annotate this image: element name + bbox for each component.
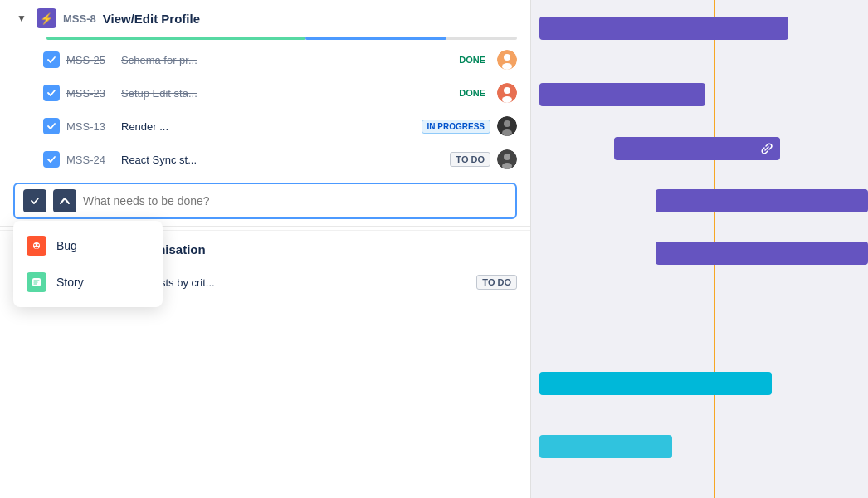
epic1-row: ▼ ⚡ MSS-8 View/Edit Profile <box>0 0 530 37</box>
type-dropdown: Bug Story <box>13 221 163 307</box>
input-container: Bug Story <box>0 183 530 219</box>
gantt-bar-epic1 <box>539 17 788 40</box>
svg-point-5 <box>502 96 512 103</box>
avatar-mss24 <box>497 149 517 169</box>
checkbox-mss25 <box>43 51 60 68</box>
avatar-mss13 <box>497 116 517 136</box>
task-id-mss13: MSS-13 <box>66 120 115 133</box>
task2-badge: TO DO <box>476 275 517 290</box>
badge-mss13: IN PROGRESS <box>422 120 490 134</box>
input-checkbox-btn[interactable] <box>23 189 46 212</box>
svg-point-4 <box>504 87 510 94</box>
story-icon <box>27 272 46 292</box>
progress-blue <box>305 37 446 40</box>
progress-green <box>46 37 305 40</box>
task-title-mss25: Schema for pr... <box>121 54 447 66</box>
task2-title: Order Lists by crit... <box>121 276 470 289</box>
checkbox-mss13 <box>43 118 60 134</box>
new-task-input[interactable] <box>83 194 507 208</box>
epic1-id: MSS-8 <box>63 12 96 25</box>
svg-point-11 <box>502 163 512 169</box>
epic1-collapse-btn[interactable]: ▼ <box>13 10 30 27</box>
checkbox-mss24 <box>43 151 60 168</box>
gantt-panel <box>531 0 868 498</box>
task-title-mss23: Setup Edit sta... <box>121 87 447 100</box>
task-row-mss25[interactable]: MSS-25 Schema for pr... DONE <box>0 43 530 76</box>
task-id-mss25: MSS-25 <box>66 54 115 66</box>
task-id-mss23: MSS-23 <box>66 87 115 100</box>
type-selector-btn[interactable] <box>53 189 76 212</box>
svg-point-8 <box>502 129 512 136</box>
bug-label: Bug <box>56 239 77 252</box>
task-row-mss13[interactable]: MSS-13 Render ... IN PROGRESS <box>0 110 530 143</box>
task-row-mss24[interactable]: MSS-24 React Sync st... TO DO <box>0 143 530 176</box>
svg-point-10 <box>504 154 510 160</box>
bug-icon <box>27 236 46 256</box>
svg-point-7 <box>504 120 510 127</box>
new-task-input-row[interactable] <box>13 183 517 219</box>
task-title-mss13: Render ... <box>121 120 415 133</box>
gantt-bar-mss24 <box>656 242 868 265</box>
link-icon <box>760 142 773 155</box>
gantt-bar-mss25 <box>539 83 705 106</box>
checkbox-mss23 <box>43 85 60 101</box>
left-panel: ▼ ⚡ MSS-8 View/Edit Profile MSS-25 Schem… <box>0 0 531 498</box>
gantt-bar-epic2 <box>539 372 772 395</box>
story-label: Story <box>56 276 84 289</box>
avatar-mss23 <box>497 83 517 103</box>
task-id-mss24: MSS-24 <box>66 154 115 166</box>
task-title-mss24: React Sync st... <box>121 154 443 166</box>
svg-point-14 <box>37 244 39 246</box>
gantt-bar-task2 <box>539 435 672 458</box>
gantt-bar-mss23 <box>614 137 780 160</box>
badge-mss25: DONE <box>454 53 490 66</box>
badge-mss23: DONE <box>454 86 490 100</box>
gantt-bar-mss13 <box>656 189 868 212</box>
epic1-title: View/Edit Profile <box>103 12 200 26</box>
task-row-mss23[interactable]: MSS-23 Setup Edit sta... DONE <box>0 76 530 110</box>
epic1-progress-bar <box>46 37 517 40</box>
dropdown-item-bug[interactable]: Bug <box>13 227 163 264</box>
svg-point-13 <box>34 244 36 246</box>
badge-mss24: TO DO <box>450 152 490 167</box>
svg-point-1 <box>504 54 510 61</box>
dropdown-item-story[interactable]: Story <box>13 264 163 300</box>
epic1-icon: ⚡ <box>37 8 56 28</box>
avatar-mss25 <box>497 50 517 70</box>
svg-point-2 <box>502 63 512 70</box>
